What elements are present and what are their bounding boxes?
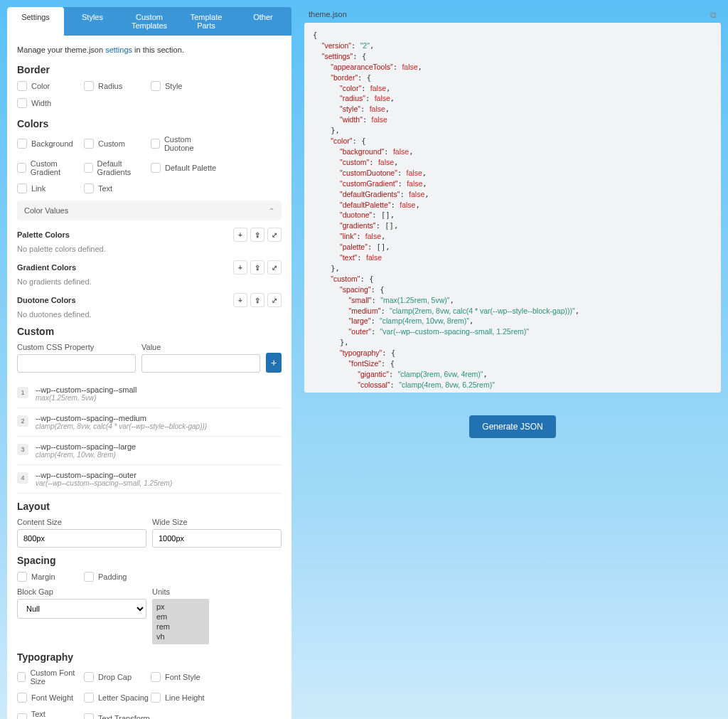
checkbox[interactable] xyxy=(84,183,94,193)
content-size-input[interactable] xyxy=(17,529,146,548)
css-value: max(1.25rem, 5vw) xyxy=(36,394,282,402)
row-badge: 2 xyxy=(17,415,28,427)
wide-size-input[interactable] xyxy=(152,529,282,548)
tab-custom-templates[interactable]: Custom Templates xyxy=(121,7,178,36)
unit-option[interactable]: em xyxy=(156,612,205,622)
expand-palette-button[interactable]: ⤢ xyxy=(267,228,282,242)
copy-icon[interactable]: ⧉ xyxy=(710,10,717,20)
spacing-padding[interactable]: Padding xyxy=(84,572,151,582)
checkbox[interactable] xyxy=(151,163,161,173)
checkbox[interactable] xyxy=(17,163,26,173)
checkbox[interactable] xyxy=(84,572,94,582)
checkbox[interactable] xyxy=(17,183,27,193)
colors-custom-duotone[interactable]: Custom Duotone xyxy=(151,135,218,152)
unit-option[interactable]: px xyxy=(156,602,205,612)
wide-size-label: Wide Size xyxy=(152,518,282,526)
checkbox[interactable] xyxy=(84,81,94,91)
value-label: Value xyxy=(141,343,260,351)
value-input[interactable] xyxy=(141,354,260,373)
add-custom-button[interactable]: + xyxy=(266,353,282,373)
chevron-up-icon: ⌃ xyxy=(269,207,274,215)
expand-duotone-button[interactable]: ⤢ xyxy=(267,293,282,307)
css-property-input[interactable] xyxy=(17,354,136,373)
css-value: clamp(2rem, 8vw, calc(4 * var(--wp--styl… xyxy=(36,422,282,430)
typo-text-transform[interactable]: Text Transform xyxy=(84,710,151,719)
typo-letter-spacing[interactable]: Letter Spacing xyxy=(84,693,151,703)
tabs: Settings Styles Custom Templates Templat… xyxy=(7,7,291,36)
upload-duotone-button[interactable]: ⇪ xyxy=(250,293,264,307)
css-property-label: Custom CSS Property xyxy=(17,343,136,351)
generate-json-button[interactable]: Generate JSON xyxy=(469,415,555,438)
checkbox[interactable] xyxy=(151,672,161,682)
checkbox[interactable] xyxy=(84,672,94,682)
settings-link[interactable]: settings xyxy=(105,46,132,54)
custom-css-row: 4--wp--custom--spacing--outervar(--wp--c… xyxy=(17,465,282,494)
colors-custom[interactable]: Custom xyxy=(84,135,151,152)
block-gap-label: Block Gap xyxy=(17,587,146,596)
json-preview: { "version": "2", "settings": { "appeara… xyxy=(304,23,721,393)
upload-gradient-button[interactable]: ⇪ xyxy=(250,260,264,275)
intro-text: Manage your theme.json settings in this … xyxy=(17,46,282,54)
colors-text[interactable]: Text xyxy=(84,183,151,193)
colors-custom-gradient[interactable]: Custom Gradient xyxy=(17,159,84,176)
row-badge: 4 xyxy=(17,472,28,484)
colors-default-gradients[interactable]: Default Gradients xyxy=(84,159,151,176)
typo-drop-cap[interactable]: Drop Cap xyxy=(84,669,151,686)
checkbox[interactable] xyxy=(17,672,26,682)
checkbox[interactable] xyxy=(151,139,160,149)
tab-styles[interactable]: Styles xyxy=(64,7,121,36)
colors-link[interactable]: Link xyxy=(17,183,84,193)
typo-line-height[interactable]: Line Height xyxy=(151,693,218,703)
checkbox[interactable] xyxy=(17,693,27,703)
css-name: --wp--custom--spacing--large xyxy=(36,442,282,451)
css-value: var(--wp--custom--spacing--small, 1.25re… xyxy=(36,479,282,487)
checkbox[interactable] xyxy=(151,693,161,703)
spacing-margin[interactable]: Margin xyxy=(17,572,84,582)
checkbox[interactable] xyxy=(17,81,27,91)
gradient-empty: No gradients defined. xyxy=(17,277,282,286)
typography-heading: Typography xyxy=(17,651,282,663)
checkbox[interactable] xyxy=(84,163,93,173)
row-badge: 3 xyxy=(17,444,28,455)
css-value: clamp(4rem, 10vw, 8rem) xyxy=(36,451,282,459)
settings-column: Settings Styles Custom Templates Templat… xyxy=(7,7,291,719)
colors-default-palette[interactable]: Default Palette xyxy=(151,159,218,176)
units-list[interactable]: pxemremvh xyxy=(152,599,209,644)
row-badge: 1 xyxy=(17,387,28,398)
typo-custom-font-size[interactable]: Custom Font Size xyxy=(17,669,84,686)
checkbox[interactable] xyxy=(84,693,94,703)
json-filename: theme.json xyxy=(309,10,347,20)
color-values-accordion[interactable]: Color Values⌃ xyxy=(17,201,282,220)
border-width[interactable]: Width xyxy=(17,98,84,108)
tab-template-parts[interactable]: Template Parts xyxy=(178,7,235,36)
custom-css-row: 1--wp--custom--spacing--smallmax(1.25rem… xyxy=(17,380,282,408)
checkbox[interactable] xyxy=(17,713,27,719)
checkbox[interactable] xyxy=(84,713,94,719)
border-style[interactable]: Style xyxy=(151,81,218,91)
checkbox[interactable] xyxy=(17,139,27,149)
border-radius[interactable]: Radius xyxy=(84,81,151,91)
typo-font-style[interactable]: Font Style xyxy=(151,669,218,686)
border-heading: Border xyxy=(17,64,282,75)
checkbox[interactable] xyxy=(17,98,27,108)
border-color[interactable]: Color xyxy=(17,81,84,91)
typo-font-weight[interactable]: Font Weight xyxy=(17,693,84,703)
add-gradient-button[interactable]: + xyxy=(233,260,247,275)
json-column: theme.json⧉ { "version": "2", "settings"… xyxy=(304,7,721,719)
unit-option[interactable]: rem xyxy=(156,622,205,632)
add-duotone-button[interactable]: + xyxy=(233,293,247,307)
expand-gradient-button[interactable]: ⤢ xyxy=(267,260,282,275)
unit-option[interactable]: vh xyxy=(156,632,205,641)
palette-empty: No palette colors defined. xyxy=(17,245,282,253)
upload-palette-button[interactable]: ⇪ xyxy=(250,228,264,242)
checkbox[interactable] xyxy=(151,81,161,91)
checkbox[interactable] xyxy=(84,139,94,149)
checkbox[interactable] xyxy=(17,572,27,582)
typo-text-decoration[interactable]: Text Decoration xyxy=(17,710,84,719)
duotone-colors-heading: Duotone Colors xyxy=(17,296,76,304)
tab-other[interactable]: Other xyxy=(235,7,291,36)
tab-settings[interactable]: Settings xyxy=(7,7,64,36)
colors-background[interactable]: Background xyxy=(17,135,84,152)
add-palette-button[interactable]: + xyxy=(233,228,247,242)
block-gap-select[interactable]: Null xyxy=(17,599,146,619)
